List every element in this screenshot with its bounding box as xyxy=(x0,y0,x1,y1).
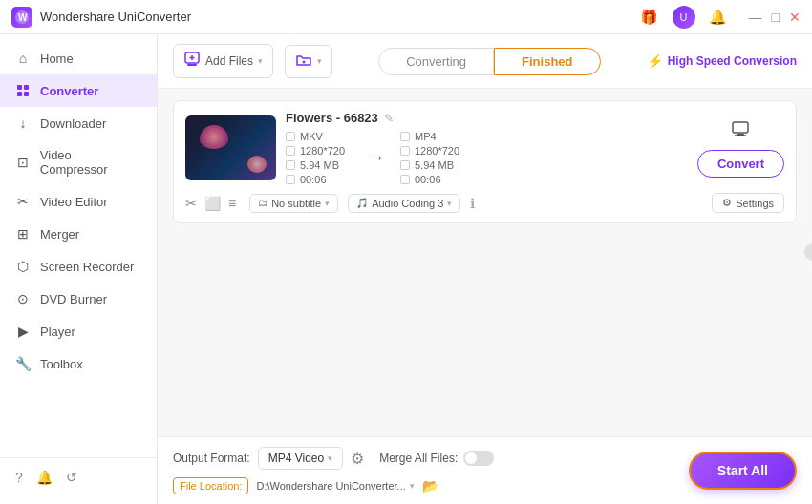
feedback-icon[interactable]: ↺ xyxy=(66,470,77,485)
file-item-bottom: ✂ ⬜ ≡ 🗂 No subtitle ▾ 🎵 Audio Coding 3 ▾ xyxy=(185,193,784,213)
file-path-text: D:\Wondershare UniConverter... xyxy=(256,480,405,492)
content-area: Add Files ▾ ▾ Converting Finished ⚡ xyxy=(158,34,812,504)
compressor-icon: ⊡ xyxy=(15,155,31,170)
source-resolution-row: 1280*720 xyxy=(286,145,353,157)
path-chevron-icon: ▾ xyxy=(410,481,415,491)
header-icons: 🎁 U 🔔 xyxy=(638,6,730,29)
avatar[interactable]: U xyxy=(673,6,695,29)
sidebar-item-label: Home xyxy=(40,52,74,66)
file-thumbnail xyxy=(185,116,276,180)
effects-icon[interactable]: ≡ xyxy=(228,196,236,211)
home-icon: ⌂ xyxy=(15,51,31,66)
lightning-icon: ⚡ xyxy=(647,53,663,69)
window-controls: — □ ✕ xyxy=(749,10,801,25)
notification-icon[interactable]: 🔔 xyxy=(36,470,53,485)
merge-label: Merge All Files: xyxy=(379,452,458,465)
svg-rect-3 xyxy=(24,85,29,90)
main-layout: ⌂ Home Converter ↓ Downloader ⊡ Video Co… xyxy=(0,34,812,504)
tab-finished[interactable]: Finished xyxy=(494,48,600,75)
file-meta: MKV 1280*720 5.94 MB xyxy=(286,131,688,185)
output-format-select[interactable]: MP4 Video ▾ xyxy=(258,447,343,470)
add-files-chevron: ▾ xyxy=(258,56,263,66)
converter-icon xyxy=(15,83,31,98)
audio-select[interactable]: 🎵 Audio Coding 3 ▾ xyxy=(348,194,460,213)
output-format-value: MP4 Video xyxy=(268,452,324,465)
add-folder-icon xyxy=(295,52,312,72)
minimize-button[interactable]: — xyxy=(749,10,762,25)
file-info: Flowers - 66823 ✎ MKV xyxy=(286,111,688,185)
sidebar-item-video-compressor[interactable]: ⊡ Video Compressor xyxy=(0,139,157,185)
sidebar-item-toolbox[interactable]: 🔧 Toolbox xyxy=(0,347,157,380)
gift-icon[interactable]: 🎁 xyxy=(638,6,661,29)
sidebar-bottom: ? 🔔 ↺ xyxy=(0,457,157,496)
info-icon[interactable]: ℹ xyxy=(470,196,475,211)
svg-rect-5 xyxy=(24,92,29,96)
convert-arrow-icon: → xyxy=(368,148,385,168)
merge-files-group: Merge All Files: xyxy=(379,451,494,466)
sidebar-item-label: Video Compressor xyxy=(40,148,141,177)
bell-icon[interactable]: 🔔 xyxy=(707,6,730,29)
source-checkbox xyxy=(286,132,295,141)
folder-open-icon[interactable]: 📂 xyxy=(422,478,438,494)
output-checkbox xyxy=(400,132,410,141)
source-resolution: 1280*720 xyxy=(300,145,345,157)
sidebar-item-video-editor[interactable]: ✂ Video Editor xyxy=(0,185,157,218)
sidebar-item-converter[interactable]: Converter xyxy=(0,74,157,107)
sidebar-item-merger[interactable]: ⊞ Merger xyxy=(0,218,157,250)
file-location-label[interactable]: File Location: xyxy=(173,477,248,494)
sidebar-item-dvd-burner[interactable]: ⊙ DVD Burner xyxy=(0,283,157,315)
high-speed-conversion-button[interactable]: ⚡ High Speed Conversion xyxy=(647,53,797,69)
high-speed-label: High Speed Conversion xyxy=(668,54,797,68)
file-name: Flowers - 66823 xyxy=(286,111,378,125)
output-format-block: MP4 1280*720 5.94 MB xyxy=(400,131,467,185)
add-folder-button[interactable]: ▾ xyxy=(285,45,332,78)
subtitle-chevron: ▾ xyxy=(325,199,330,208)
svg-rect-2 xyxy=(17,85,22,90)
tab-converting[interactable]: Converting xyxy=(378,48,494,75)
subtitle-icon: 🗂 xyxy=(258,198,267,208)
subtitle-label: No subtitle xyxy=(271,198,321,209)
bottom-bar: Output Format: MP4 Video ▾ ⚙ Merge All F… xyxy=(158,436,812,504)
format-settings-icon[interactable]: ⚙ xyxy=(351,450,364,468)
audio-icon: 🎵 xyxy=(356,198,368,208)
sidebar-item-label: Converter xyxy=(40,84,98,98)
file-item: Flowers - 66823 ✎ MKV xyxy=(173,100,797,223)
file-location-row: File Location: D:\Wondershare UniConvert… xyxy=(173,477,673,494)
title-bar: W Wondershare UniConverter 🎁 U 🔔 — □ ✕ xyxy=(0,0,812,34)
editor-icon: ✂ xyxy=(15,194,31,209)
toolbox-icon: 🔧 xyxy=(15,356,31,371)
scissors-icon[interactable]: ✂ xyxy=(185,196,197,211)
tab-group: Converting Finished xyxy=(344,48,635,75)
output-dur-checkbox xyxy=(400,175,410,184)
sidebar-item-label: Video Editor xyxy=(40,195,108,209)
sidebar-item-screen-recorder[interactable]: ⬡ Screen Recorder xyxy=(0,250,157,283)
convert-button[interactable]: Convert xyxy=(697,150,784,178)
sidebar-item-home[interactable]: ⌂ Home xyxy=(0,42,157,74)
merge-toggle[interactable] xyxy=(463,451,494,466)
close-button[interactable]: ✕ xyxy=(789,10,801,25)
settings-button[interactable]: ⚙ Settings xyxy=(712,193,784,213)
add-files-button[interactable]: Add Files ▾ xyxy=(173,44,273,78)
crop-icon[interactable]: ⬜ xyxy=(204,196,221,211)
edit-icon[interactable]: ✎ xyxy=(384,112,394,125)
source-size: 5.94 MB xyxy=(300,159,339,171)
app-title: Wondershare UniConverter xyxy=(40,10,638,24)
maximize-button[interactable]: □ xyxy=(772,10,780,25)
device-icon[interactable] xyxy=(730,118,751,144)
sidebar-item-downloader[interactable]: ↓ Downloader xyxy=(0,107,157,139)
source-format-block: MKV 1280*720 5.94 MB xyxy=(286,131,353,185)
format-chevron-icon: ▾ xyxy=(328,453,332,463)
merger-icon: ⊞ xyxy=(15,226,31,242)
start-all-button[interactable]: Start All xyxy=(689,452,797,490)
file-name-row: Flowers - 66823 ✎ xyxy=(286,111,688,125)
sidebar-item-label: Downloader xyxy=(40,116,106,131)
help-icon[interactable]: ? xyxy=(15,470,23,485)
sidebar-item-player[interactable]: ▶ Player xyxy=(0,315,157,347)
file-item-top: Flowers - 66823 ✎ MKV xyxy=(185,111,784,185)
settings-gear-icon: ⚙ xyxy=(722,197,732,209)
subtitle-select[interactable]: 🗂 No subtitle ▾ xyxy=(249,194,338,213)
source-format-row: MKV xyxy=(286,131,353,142)
convert-actions: Convert xyxy=(697,118,784,178)
settings-label: Settings xyxy=(736,198,774,209)
output-format-group: Output Format: MP4 Video ▾ ⚙ xyxy=(173,447,364,470)
